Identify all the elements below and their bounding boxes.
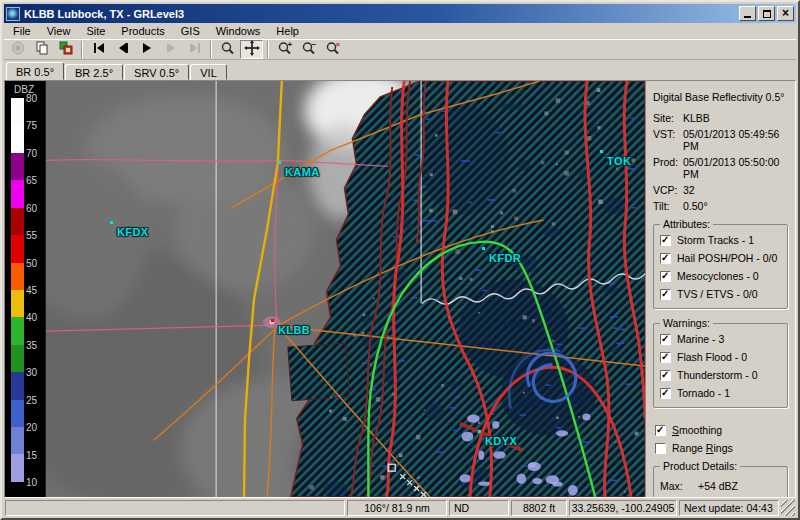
maximize-button[interactable] bbox=[758, 6, 775, 21]
tab-srv-0-5[interactable]: SRV 0.5° bbox=[124, 64, 189, 80]
copy-button[interactable] bbox=[30, 40, 53, 59]
detail-value: +54 dBZ bbox=[698, 480, 738, 492]
toolbar-separator bbox=[81, 41, 83, 58]
thunderstorm-0-checkbox[interactable] bbox=[660, 370, 671, 381]
tab-br-0-5[interactable]: BR 0.5° bbox=[6, 62, 64, 80]
tornado-1-checkbox[interactable] bbox=[660, 388, 671, 399]
dbz-segment-35 bbox=[11, 345, 24, 372]
pan-button[interactable] bbox=[240, 40, 263, 59]
play-button[interactable] bbox=[135, 40, 158, 59]
dbz-segment-55 bbox=[11, 235, 24, 262]
gis-manager-button[interactable] bbox=[54, 40, 77, 59]
app-icon bbox=[6, 7, 20, 21]
app-window: KLBB Lubbock, TX - GRLevel3 × FileViewSi… bbox=[0, 0, 800, 520]
product-details-group: Product Details: Max:+54 dBZ bbox=[653, 466, 788, 497]
toolbar-separator bbox=[210, 41, 212, 58]
menu-windows[interactable]: Windows bbox=[208, 24, 269, 38]
dbz-tick-15: 15 bbox=[26, 450, 37, 461]
info-label: VST: bbox=[653, 128, 683, 152]
storm-tracks-1-label: Storm Tracks - 1 bbox=[677, 234, 754, 246]
radar-map[interactable]: KAMAKFDXKFDRKLBBKDYXTOK bbox=[45, 81, 645, 497]
info-label: Prod: bbox=[653, 156, 683, 180]
menu-file[interactable]: File bbox=[5, 24, 39, 38]
zoom-reset-icon: × bbox=[325, 40, 341, 59]
first-frame-button[interactable] bbox=[87, 40, 110, 59]
status-segment-4: 33.25639, -100.24905 bbox=[569, 500, 677, 516]
dbz-tick-65: 65 bbox=[26, 175, 37, 186]
info-label: Site: bbox=[653, 112, 683, 124]
resize-grip[interactable] bbox=[781, 500, 795, 516]
menu-view[interactable]: View bbox=[39, 24, 79, 38]
titlebar[interactable]: KLBB Lubbock, TX - GRLevel3 × bbox=[4, 4, 796, 23]
zoom-in-button[interactable]: + bbox=[273, 40, 296, 59]
status-segment-0 bbox=[5, 500, 345, 516]
info-vst: VST:05/01/2013 05:49:56 PM bbox=[653, 128, 788, 152]
next-frame-button[interactable] bbox=[159, 40, 182, 59]
marine-3-row: Marine - 3 bbox=[660, 333, 781, 345]
range-rings-checkbox[interactable] bbox=[655, 443, 666, 454]
status-segment-1: 106°/ 81.9 nm bbox=[347, 500, 447, 516]
smoothing-checkbox[interactable] bbox=[655, 425, 666, 436]
dbz-tick-35: 35 bbox=[26, 340, 37, 351]
warnings-title: Warnings: bbox=[660, 317, 713, 329]
copy-icon bbox=[34, 40, 50, 59]
tab-br-2-5[interactable]: BR 2.5° bbox=[65, 64, 123, 80]
window-title: KLBB Lubbock, TX - GRLevel3 bbox=[24, 8, 733, 20]
menu-products[interactable]: Products bbox=[113, 24, 172, 38]
last-frame-button[interactable] bbox=[183, 40, 206, 59]
range-rings-label: Range Rings bbox=[672, 442, 733, 454]
pan-icon bbox=[244, 40, 260, 59]
info-vcp: VCP:32 bbox=[653, 184, 788, 196]
menu-gis[interactable]: GIS bbox=[173, 24, 208, 38]
storm-tracks-1-checkbox[interactable] bbox=[660, 235, 671, 246]
menu-site[interactable]: Site bbox=[78, 24, 113, 38]
tvs-etvs-0-0-checkbox[interactable] bbox=[660, 289, 671, 300]
attributes-group: Attributes: Storm Tracks - 1Hail POSH/PO… bbox=[653, 224, 788, 309]
dbz-segment-15 bbox=[11, 454, 24, 481]
tvs-etvs-0-0-row: TVS / ETVS - 0/0 bbox=[660, 288, 781, 300]
info-value: 05/01/2013 05:49:56 PM bbox=[683, 128, 788, 152]
marine-3-checkbox[interactable] bbox=[660, 334, 671, 345]
dbz-tick-30: 30 bbox=[26, 367, 37, 378]
tab-strip: BR 0.5°BR 2.5°SRV 0.5°VIL bbox=[4, 60, 796, 80]
radar-map-svg bbox=[46, 81, 645, 497]
open-data-button[interactable] bbox=[6, 40, 29, 59]
svg-text:−: − bbox=[311, 40, 316, 49]
info-value: 32 bbox=[683, 184, 695, 196]
first-frame-icon bbox=[91, 40, 107, 59]
svg-text:+: + bbox=[287, 40, 292, 49]
zoom-out-button[interactable]: − bbox=[297, 40, 320, 59]
info-tilt: Tilt:0.50° bbox=[653, 200, 788, 212]
zoom-reset-button[interactable]: × bbox=[321, 40, 344, 59]
play-icon bbox=[139, 40, 155, 59]
flash-flood-0-row: Flash Flood - 0 bbox=[660, 351, 781, 363]
dbz-segment-50 bbox=[11, 263, 24, 290]
thunderstorm-0-row: Thunderstorm - 0 bbox=[660, 369, 781, 381]
close-button[interactable]: × bbox=[777, 6, 794, 21]
minimize-button[interactable] bbox=[739, 6, 756, 21]
mesocyclones-0-row: Mesocyclones - 0 bbox=[660, 270, 781, 282]
flash-flood-0-checkbox[interactable] bbox=[660, 352, 671, 363]
zoom-select-button[interactable] bbox=[216, 40, 239, 59]
dbz-segment-80 bbox=[11, 98, 24, 125]
hail-posh-poh-0-0-checkbox[interactable] bbox=[660, 253, 671, 264]
prev-frame-button[interactable] bbox=[111, 40, 134, 59]
warnings-group: Warnings: Marine - 3Flash Flood - 0Thund… bbox=[653, 323, 788, 408]
smoothing-label: Smoothing bbox=[672, 424, 722, 436]
dbz-color-bar bbox=[11, 98, 24, 482]
prev-frame-icon bbox=[115, 40, 131, 59]
mesocyclones-0-checkbox[interactable] bbox=[660, 271, 671, 282]
dbz-scale: DBZ 807570656055504540353025201510 bbox=[5, 81, 45, 497]
menu-help[interactable]: Help bbox=[268, 24, 307, 38]
dbz-segment-70 bbox=[11, 153, 24, 180]
range-rings-row: Range Rings bbox=[655, 442, 788, 454]
dbz-tick-60: 60 bbox=[26, 203, 37, 214]
maximize-icon bbox=[763, 10, 771, 18]
dbz-segment-65 bbox=[11, 180, 24, 207]
product-details-title: Product Details: bbox=[660, 460, 740, 472]
close-icon: × bbox=[782, 7, 789, 20]
window-buttons: × bbox=[737, 6, 794, 21]
tab-vil[interactable]: VIL bbox=[190, 64, 227, 80]
flash-flood-0-label: Flash Flood - 0 bbox=[677, 351, 747, 363]
dbz-tick-20: 20 bbox=[26, 422, 37, 433]
